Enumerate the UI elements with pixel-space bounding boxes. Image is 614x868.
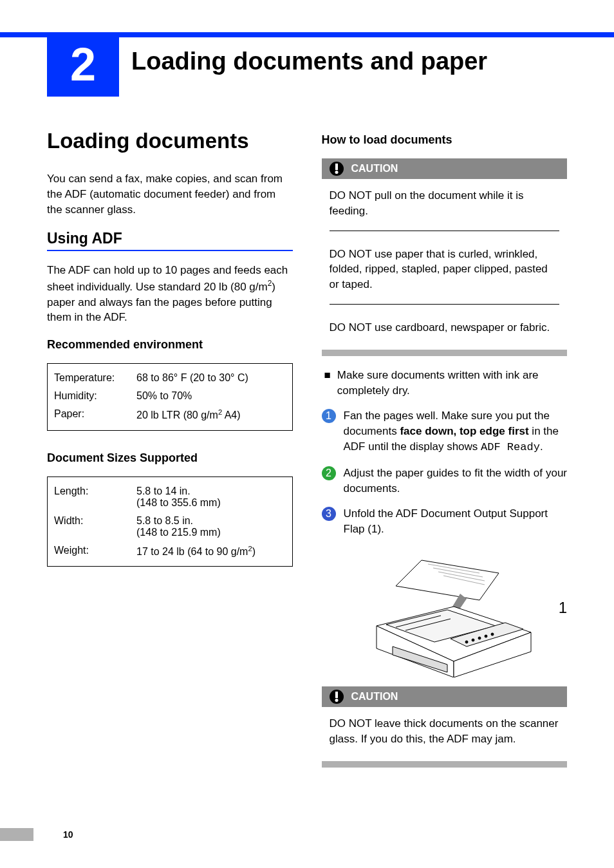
divider <box>330 304 560 305</box>
square-bullet-icon: ■ <box>324 368 331 399</box>
bullet-text: Make sure documents written with ink are… <box>337 368 567 399</box>
paper-value-b: A4) <box>222 410 240 421</box>
heading-recommended-env: Recommended environment <box>47 338 293 352</box>
paper-value-a: 20 lb LTR (80 g/m <box>136 410 218 421</box>
step-3: 3 Unfold the ADF Document Output Support… <box>322 506 568 537</box>
caution-icon <box>330 690 344 704</box>
caution-text-3: DO NOT use cardboard, newspaper or fabri… <box>322 311 568 341</box>
right-column: How to load documents CAUTION DO NOT pul… <box>322 126 568 768</box>
svg-point-23 <box>335 699 338 702</box>
table-row: Weight: 17 to 24 lb (64 to 90 g/m2) <box>54 542 286 561</box>
weight-value-a: 17 to 24 lb (64 to 90 g/m <box>136 546 248 557</box>
temp-label: Temperature: <box>54 372 136 384</box>
content-area: Loading documents You can send a fax, ma… <box>47 126 567 768</box>
table-row: Paper: 20 lb LTR (80 g/m2 A4) <box>54 405 286 424</box>
caution-label: CAUTION <box>351 163 398 175</box>
intro-text: You can send a fax, make copies, and sca… <box>47 171 293 217</box>
svg-rect-22 <box>335 692 338 698</box>
humidity-label: Humidity: <box>54 390 136 402</box>
svg-point-1 <box>335 171 338 174</box>
step-1: 1 Fan the pages well. Make sure you put … <box>322 408 568 455</box>
adf-text-part-a: The ADF can hold up to 10 pages and feed… <box>47 264 288 292</box>
svg-point-18 <box>478 637 481 639</box>
chapter-box: 2 <box>47 32 119 97</box>
page-number-strip <box>0 828 33 841</box>
step-number-icon: 2 <box>322 466 336 480</box>
svg-rect-0 <box>335 164 338 170</box>
svg-point-19 <box>485 635 487 637</box>
svg-marker-2 <box>396 560 499 600</box>
heading-how-to-load: How to load documents <box>322 133 568 147</box>
caution-header: CAUTION <box>322 686 568 707</box>
subsection-using-adf: Using ADF <box>47 230 293 247</box>
printer-diagram: 1 <box>322 549 568 680</box>
adf-description: The ADF can hold up to 10 pages and feed… <box>47 263 293 325</box>
weight-value-b: ) <box>252 546 256 557</box>
table-row: Width: 5.8 to 8.5 in. (148 to 215.9 mm) <box>54 512 286 542</box>
step-2-text: Adjust the paper guides to fit the width… <box>344 466 568 496</box>
caution-label: CAUTION <box>351 691 398 703</box>
step-2: 2 Adjust the paper guides to fit the wid… <box>322 466 568 496</box>
step-number-icon: 1 <box>322 409 336 423</box>
weight-label: Weight: <box>54 545 136 558</box>
sizes-spec-table: Length: 5.8 to 14 in. (148 to 355.6 mm) … <box>47 476 293 567</box>
caution-footer-bar <box>322 761 568 768</box>
step1-e: . <box>540 440 543 453</box>
caution-text-2: DO NOT use paper that is curled, wrinkle… <box>322 238 568 297</box>
step-3-text: Unfold the ADF Document Output Support F… <box>344 506 568 537</box>
left-column: Loading documents You can send a fax, ma… <box>47 126 293 768</box>
diagram-callout-1: 1 <box>559 599 567 617</box>
step-number-icon: 3 <box>322 507 336 521</box>
bullet-item: ■ Make sure documents written with ink a… <box>322 368 568 399</box>
paper-label: Paper: <box>54 408 136 421</box>
caution-text-1: DO NOT pull on the document while it is … <box>322 179 568 224</box>
caution-box-2: CAUTION DO NOT leave thick documents on … <box>322 686 568 768</box>
step1-mono: ADF Ready <box>481 441 540 453</box>
heading-doc-sizes: Document Sizes Supported <box>47 451 293 465</box>
svg-point-16 <box>465 641 468 643</box>
caution-2-text: DO NOT leave thick documents on the scan… <box>322 707 568 752</box>
table-row: Humidity: 50% to 70% <box>54 387 286 405</box>
caution-header: CAUTION <box>322 158 568 179</box>
caution-footer-bar <box>322 350 568 356</box>
temp-value: 68 to 86° F (20 to 30° C) <box>136 372 286 384</box>
weight-value: 17 to 24 lb (64 to 90 g/m2) <box>136 545 286 558</box>
svg-point-17 <box>472 639 474 641</box>
paper-value: 20 lb LTR (80 g/m2 A4) <box>136 408 286 421</box>
humidity-value: 50% to 70% <box>136 390 286 402</box>
printer-illustration <box>351 549 537 677</box>
length-value: 5.8 to 14 in. (148 to 355.6 mm) <box>136 486 286 509</box>
chapter-number: 2 <box>70 38 96 91</box>
table-row: Length: 5.8 to 14 in. (148 to 355.6 mm) <box>54 482 286 512</box>
chapter-title: Loading documents and paper <box>131 48 487 75</box>
width-label: Width: <box>54 515 136 538</box>
step1-bold: face down, top edge first <box>400 425 528 437</box>
width-value: 5.8 to 8.5 in. (148 to 215.9 mm) <box>136 515 286 538</box>
caution-icon <box>330 162 344 176</box>
step-1-text: Fan the pages well. Make sure you put th… <box>344 408 568 455</box>
svg-point-20 <box>491 633 494 636</box>
page-number: 10 <box>63 829 73 840</box>
caution-box-1: CAUTION DO NOT pull on the document whil… <box>322 158 568 356</box>
heading-underline <box>47 250 293 251</box>
env-spec-table: Temperature: 68 to 86° F (20 to 30° C) H… <box>47 363 293 430</box>
length-label: Length: <box>54 486 136 509</box>
divider <box>330 231 560 231</box>
section-heading-loading-docs: Loading documents <box>47 129 293 153</box>
table-row: Temperature: 68 to 86° F (20 to 30° C) <box>54 369 286 387</box>
